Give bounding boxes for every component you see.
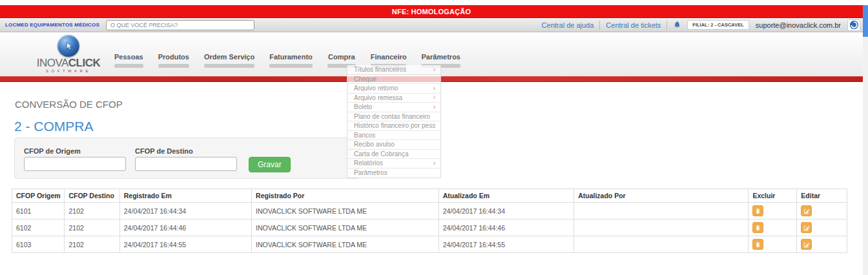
- branch-selector[interactable]: FILIAL: 2 - CASCAVEL: [687, 20, 749, 30]
- cell-editar: [797, 219, 847, 236]
- table-header-atualizado-por: Atualizado Por: [574, 189, 749, 203]
- cell-excluir: [749, 236, 797, 253]
- cell-registrado-em: 24/04/2017 16:44:46: [119, 219, 251, 236]
- notifications-button[interactable]: [667, 21, 687, 29]
- table-header-cfop-origem: CFOP Origem: [12, 189, 65, 203]
- cfop-origem-label: CFOP de Origem: [24, 147, 126, 155]
- dropdown-item-label: Carta de Cobrança: [354, 150, 409, 158]
- nav-item-label: Parâmetros: [421, 53, 460, 61]
- edit-button[interactable]: [801, 239, 812, 250]
- trash-icon: [755, 225, 761, 231]
- top-margin: [0, 0, 868, 5]
- cfop-table: CFOP OrigemCFOP DestinoRegistrado EmRegi…: [12, 188, 847, 253]
- cell-registrado-em: 24/04/2017 16:44:34: [119, 203, 251, 219]
- dropdown-item-label: Arquivo remessa: [354, 94, 402, 101]
- dropdown-item-recibo-avulso[interactable]: Recibo avulso: [347, 140, 440, 150]
- cell-destino: 2102: [65, 236, 119, 253]
- cfop-origem-input[interactable]: [24, 157, 126, 171]
- table-header-registrado-por: Registrado Por: [252, 189, 439, 203]
- dropdown-item-label: Títulos financeiros: [354, 66, 406, 73]
- help-center-link[interactable]: Central de ajuda: [536, 21, 600, 29]
- cell-atualizado-por: [574, 219, 749, 236]
- cfop-destino-label: CFOP de Destino: [135, 147, 237, 155]
- dropdown-item-arquivo-retorno[interactable]: Arquivo retorno›: [347, 84, 440, 94]
- cell-editar: [797, 236, 847, 253]
- page-scrollbar[interactable]: [863, 5, 868, 275]
- dropdown-item-carta-de-cobran-a[interactable]: Carta de Cobrança: [347, 150, 440, 159]
- cfop-destino-input[interactable]: [135, 157, 237, 171]
- table-header-atualizado-em: Atualizado Em: [439, 189, 574, 203]
- cell-atualizado-em: 24/04/2017 16:44:34: [439, 203, 574, 219]
- nav-item-underline: [114, 64, 143, 68]
- edit-button[interactable]: [801, 222, 812, 233]
- edit-button[interactable]: [801, 205, 812, 216]
- nav-item-label: Ordem Serviço: [204, 53, 254, 61]
- cell-excluir: [749, 219, 797, 236]
- cfop-table-wrapper: CFOP OrigemCFOP DestinoRegistrado EmRegi…: [12, 188, 847, 253]
- cfop-destino-field-group: CFOP de Destino: [135, 147, 237, 171]
- nav-item-pessoas[interactable]: Pessoas: [108, 53, 149, 68]
- submenu-arrow-icon: ›: [433, 160, 435, 167]
- submenu-arrow-icon: ›: [433, 104, 435, 110]
- dropdown-item-label: Relatórios: [354, 159, 383, 167]
- bell-icon: [673, 21, 681, 29]
- cell-origem: 6102: [12, 219, 65, 236]
- header-right-cluster: Central de ajuda Central de tickets FILI…: [536, 18, 860, 32]
- dropdown-item-par-metros[interactable]: Parâmetros: [347, 168, 440, 178]
- dropdown-item-label: Arquivo retorno: [354, 85, 398, 92]
- nav-item-underline: [269, 64, 313, 68]
- dropdown-item-cheque[interactable]: Cheque: [347, 75, 440, 85]
- cfop-origem-field-group: CFOP de Origem: [24, 147, 126, 171]
- nav-item-ordem-servi-o[interactable]: Ordem Serviço: [198, 53, 260, 68]
- edit-icon: [803, 241, 810, 248]
- nav-item-produtos[interactable]: Produtos: [152, 53, 195, 68]
- dropdown-item-hist-rico-financeiro-por-pessoa[interactable]: Histórico financeiro por pessoa: [347, 121, 440, 131]
- dropdown-item-relat-rios[interactable]: Relatórios›: [347, 159, 440, 168]
- table-header-cfop-destino: CFOP Destino: [65, 189, 119, 203]
- nav-item-label: Pessoas: [114, 53, 143, 61]
- company-name: LOCMED EQUIPAMENTOS MÉDICOS: [5, 22, 99, 28]
- edit-icon: [803, 208, 810, 214]
- dropdown-item-bancos[interactable]: Bancos: [347, 131, 440, 141]
- brand-logo[interactable]: INOVACLICK SOFTWARE: [26, 35, 111, 73]
- dropdown-item-arquivo-remessa[interactable]: Arquivo remessa›: [347, 94, 440, 103]
- search-input[interactable]: [106, 20, 254, 30]
- cursor-sphere-icon: [57, 35, 79, 57]
- app-window: NFE: HOMOLOGAÇÃO LOCMED EQUIPAMENTOS MÉD…: [0, 0, 868, 275]
- cell-destino: 2102: [65, 219, 119, 236]
- table-header-registrado-em: Registrado Em: [119, 189, 251, 203]
- brand-name: INOVACLICK: [26, 57, 111, 68]
- delete-button[interactable]: [752, 205, 763, 216]
- ticket-center-link[interactable]: Central de tickets: [600, 21, 666, 29]
- nav-item-label: Produtos: [158, 53, 189, 61]
- dropdown-item-label: Bancos: [354, 132, 375, 139]
- cell-origem: 6103: [12, 236, 65, 253]
- environment-banner: NFE: HOMOLOGAÇÃO: [0, 5, 863, 18]
- submenu-arrow-icon: ›: [433, 66, 435, 73]
- save-button[interactable]: Gravar: [249, 157, 291, 172]
- cell-atualizado-em: 24/04/2017 16:44:55: [439, 236, 574, 253]
- user-email[interactable]: suporte@inovaclick.com.br: [749, 21, 847, 29]
- account-button[interactable]: [847, 19, 860, 31]
- cell-registrado-por: INOVACLICK SOFTWARE LTDA ME: [252, 219, 439, 236]
- cell-editar: [797, 203, 847, 219]
- dropdown-item-boleto[interactable]: Boleto›: [347, 103, 440, 112]
- cell-destino: 2102: [65, 203, 119, 219]
- cell-registrado-por: INOVACLICK SOFTWARE LTDA ME: [252, 236, 439, 253]
- header-bar: LOCMED EQUIPAMENTOS MÉDICOS Central de a…: [0, 18, 863, 32]
- cell-registrado-por: INOVACLICK SOFTWARE LTDA ME: [252, 203, 439, 219]
- cfop-form-panel: CFOP de Origem CFOP de Destino Gravar: [14, 138, 360, 179]
- environment-banner-text: NFE: HOMOLOGAÇÃO: [392, 8, 471, 15]
- table-header-row: CFOP OrigemCFOP DestinoRegistrado EmRegi…: [12, 189, 847, 203]
- nav-item-faturamento[interactable]: Faturamento: [264, 53, 318, 68]
- dropdown-item-t-tulos-financeiros[interactable]: Títulos financeiros›: [347, 65, 440, 75]
- cell-registrado-em: 24/04/2017 16:44:55: [119, 236, 251, 253]
- scrollbar-thumb[interactable]: [863, 5, 868, 37]
- nav-item-label: Faturamento: [269, 53, 313, 61]
- financeiro-dropdown-menu: Títulos financeiros›ChequeArquivo retorn…: [347, 65, 441, 178]
- delete-button[interactable]: [752, 222, 763, 233]
- cell-atualizado-em: 24/04/2017 16:44:46: [439, 219, 574, 236]
- delete-button[interactable]: [752, 239, 763, 250]
- brand-subtitle: SOFTWARE: [26, 69, 111, 73]
- dropdown-item-plano-de-contas-financeiro[interactable]: Plano de contas financeiro: [347, 112, 440, 122]
